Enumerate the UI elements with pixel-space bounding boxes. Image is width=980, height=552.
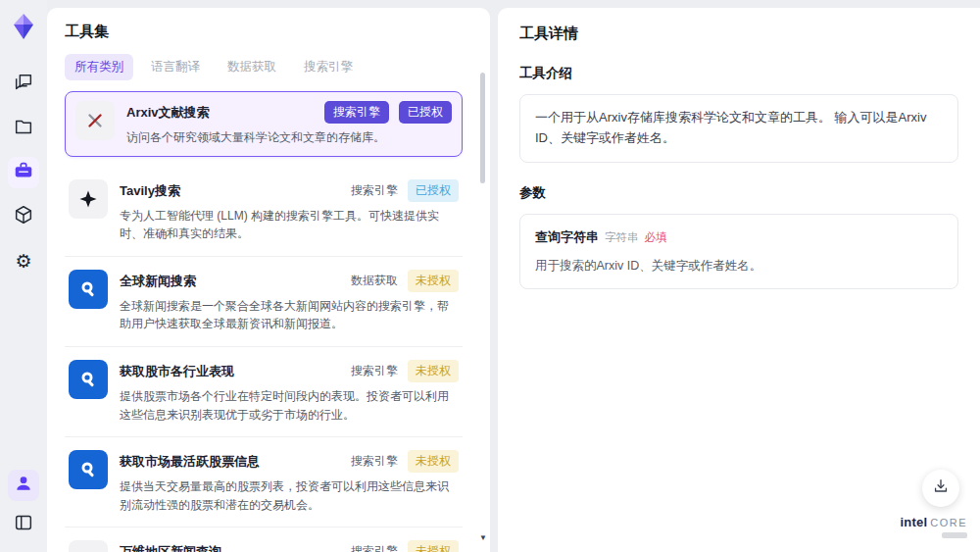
tab-search-engine[interactable]: 搜索引擎 <box>294 54 363 80</box>
tool-description: 提供当天交易量最高的股票列表，投资者可以利用这些信息来识别流动性强的股票和潜在的… <box>120 477 459 514</box>
intro-heading: 工具介绍 <box>519 65 958 82</box>
sidebar-bottom <box>8 470 39 540</box>
tool-item-global-news[interactable]: 全球新闻搜索 数据获取 未授权 全球新闻搜索是一个聚合全球各大新闻网站内容的搜索… <box>65 257 463 347</box>
download-button[interactable] <box>922 470 959 507</box>
sidebar-item-plugins[interactable] <box>8 201 39 232</box>
gear-icon: ⚙ <box>15 252 31 271</box>
sidebar-item-settings[interactable]: ⚙ <box>8 245 39 276</box>
tool-name: 获取市场最活跃股票信息 <box>120 450 343 471</box>
intel-brand-text: intel <box>900 515 927 529</box>
category-tabs: 所有类别 语言翻译 数据获取 搜索引擎 <box>65 54 472 80</box>
sidebar-item-files[interactable] <box>8 113 39 144</box>
tool-description: 访问各个研究领域大量科学论文和文章的存储库。 <box>126 128 452 147</box>
app-logo-icon <box>9 12 38 41</box>
tool-description: 专为人工智能代理 (LLM) 构建的搜索引擎工具。可快速提供实时、准确和真实的结… <box>120 207 459 243</box>
scrollbar-thumb[interactable] <box>480 73 485 183</box>
left-sidebar: ⚙ <box>0 0 47 552</box>
tab-language-translation[interactable]: 语言翻译 <box>141 54 210 80</box>
auth-status-badge: 未授权 <box>408 540 459 552</box>
cube-icon <box>13 204 34 229</box>
tool-description: 提供股票市场各个行业在特定时间段内的表现。投资者可以利用这些信息来识别表现优于或… <box>120 387 459 424</box>
download-icon <box>931 477 951 500</box>
tool-name: 全球新闻搜索 <box>120 270 343 290</box>
category-badge: 搜索引擎 <box>351 543 398 552</box>
arxiv-logo-icon <box>75 101 115 140</box>
tab-all-categories[interactable]: 所有类别 <box>65 54 133 80</box>
sidebar-item-toolbox[interactable] <box>8 157 39 188</box>
sidebar-item-account[interactable] <box>8 470 39 501</box>
newspaper-icon <box>69 540 108 552</box>
briefcase-icon <box>13 160 34 185</box>
folder-icon <box>13 116 34 141</box>
tools-list-panel: 工具集 所有类别 语言翻译 数据获取 搜索引擎 Arxiv文献搜索 搜索引擎 已… <box>47 8 490 552</box>
param-box: 查询字符串 字符串 必填 用于搜索的Arxiv ID、关键字或作者姓名。 <box>519 214 958 290</box>
auth-status-badge: 未授权 <box>408 360 459 382</box>
tab-data-fetch[interactable]: 数据获取 <box>218 54 286 80</box>
params-heading: 参数 <box>519 184 958 202</box>
auth-status-badge: 未授权 <box>408 450 459 473</box>
auth-status-badge: 未授权 <box>408 270 459 292</box>
sidebar-item-chat[interactable] <box>8 69 39 100</box>
param-description: 用于搜索的Arxiv ID、关键字或作者姓名。 <box>535 256 943 276</box>
sidebar-nav: ⚙ <box>8 69 39 276</box>
auth-status-badge: 已授权 <box>408 179 459 202</box>
sparkle-icon <box>69 179 108 219</box>
tool-item-regional-news[interactable]: 万维地区新闻查询 搜索引擎 未授权 查询具体行政区划内的新闻，快速了解各地新闻动 <box>65 527 463 552</box>
intel-core-badge: intel CORE <box>900 515 967 538</box>
scroll-down-arrow-icon[interactable]: ▼ <box>479 533 487 542</box>
category-badge: 搜索引擎 <box>351 182 398 199</box>
tool-item-most-active-stocks[interactable]: 获取市场最活跃股票信息 搜索引擎 未授权 提供当天交易量最高的股票列表，投资者可… <box>65 437 463 527</box>
intro-box: 一个用于从Arxiv存储库搜索科学论文和文章的工具。 输入可以是Arxiv ID… <box>519 94 958 163</box>
tool-list: Arxiv文献搜索 搜索引擎 已授权 访问各个研究领域大量科学论文和文章的存储库… <box>65 91 472 552</box>
tool-details-panel: 工具详情 工具介绍 一个用于从Arxiv存储库搜索科学论文和文章的工具。 输入可… <box>498 8 980 552</box>
tool-description: 全球新闻搜索是一个聚合全球各大新闻网站内容的搜索引擎，帮助用户快速获取全球最新资… <box>120 297 459 333</box>
chat-icon <box>13 72 34 97</box>
category-badge: 搜索引擎 <box>351 363 398 379</box>
page-title: 工具集 <box>65 23 472 41</box>
tool-item-tavily[interactable]: Tavily搜索 搜索引擎 已授权 专为人工智能代理 (LLM) 构建的搜索引擎… <box>65 167 463 257</box>
news-search-icon <box>69 450 108 489</box>
tool-item-arxiv[interactable]: Arxiv文献搜索 搜索引擎 已授权 访问各个研究领域大量科学论文和文章的存储库… <box>65 91 463 157</box>
intel-sub-badge <box>942 532 967 538</box>
category-badge: 搜索引擎 <box>351 453 398 470</box>
param-name: 查询字符串 <box>535 227 599 248</box>
panel-layout-icon <box>13 512 34 537</box>
auth-status-badge: 已授权 <box>399 101 452 124</box>
tool-name: 万维地区新闻查询 <box>120 540 343 552</box>
details-title: 工具详情 <box>519 25 958 43</box>
category-badge: 数据获取 <box>351 273 398 289</box>
intel-core-text: CORE <box>930 517 967 528</box>
tool-name: Arxiv文献搜索 <box>126 101 317 122</box>
news-search-icon <box>69 270 108 309</box>
tool-name: Tavily搜索 <box>120 179 343 200</box>
tool-item-sector-performance[interactable]: 获取股市各行业表现 搜索引擎 未授权 提供股票市场各个行业在特定时间段内的表现。… <box>65 347 463 437</box>
news-search-icon <box>69 360 108 399</box>
category-badge: 搜索引擎 <box>324 101 389 124</box>
param-type-label: 字符串 <box>605 228 639 246</box>
sidebar-item-collapse[interactable] <box>8 509 39 540</box>
param-required-label: 必填 <box>645 228 667 246</box>
tool-name: 获取股市各行业表现 <box>120 360 343 380</box>
user-icon <box>14 474 33 497</box>
